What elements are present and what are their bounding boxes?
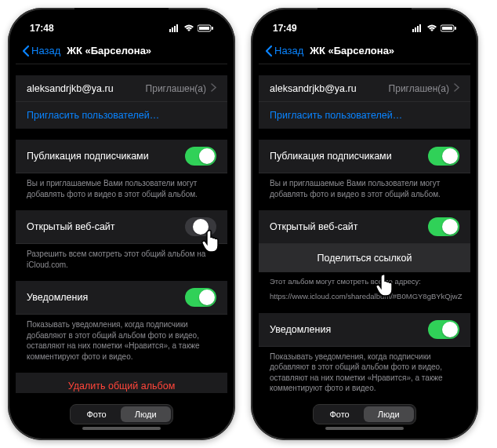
- public-site-label: Открытый веб-сайт: [27, 221, 115, 232]
- svg-rect-7: [412, 29, 414, 32]
- group-invitees: aleksandrjkb@ya.ru Приглашен(а) Пригласи…: [16, 75, 227, 129]
- bottom-tabs: Фото Люди: [16, 404, 227, 424]
- notch: [317, 8, 412, 25]
- invitee-status: Приглашен(а): [389, 83, 449, 94]
- notch: [74, 8, 169, 25]
- content[interactable]: aleksandrjkb@ya.ru Приглашен(а) Пригласи…: [16, 64, 227, 393]
- subscriber-posting-footer: Вы и приглашаемые Вами пользователи могу…: [259, 173, 470, 199]
- content[interactable]: aleksandrjkb@ya.ru Приглашен(а) Пригласи…: [259, 64, 470, 393]
- screen-right: 17:49 Назад ЖК «Барселона» aleksandrjkb@…: [259, 16, 470, 432]
- svg-rect-2: [174, 26, 176, 32]
- public-site-footer-lead: Этот альбом могут смотреть все по адресу…: [259, 272, 470, 287]
- delete-album-label: Удалить общий альбом: [68, 381, 176, 392]
- svg-rect-1: [172, 27, 173, 32]
- invitee-email: aleksandrjkb@ya.ru: [27, 83, 114, 94]
- delete-album-button[interactable]: Удалить общий альбом: [16, 373, 227, 393]
- invite-more-label: Пригласить пользователей…: [270, 110, 459, 121]
- segmented-control: Фото Люди: [313, 404, 415, 424]
- home-indicator[interactable]: [325, 427, 404, 430]
- nav-bar: Назад ЖК «Барселона»: [16, 38, 227, 64]
- invitee-row[interactable]: aleksandrjkb@ya.ru Приглашен(а): [259, 75, 470, 102]
- status-right: [412, 24, 456, 32]
- notifications-row[interactable]: Уведомления: [16, 281, 227, 315]
- invite-more-row[interactable]: Пригласить пользователей…: [16, 102, 227, 129]
- wifi-icon: [426, 24, 437, 32]
- nav-bar: Назад ЖК «Барселона»: [259, 38, 470, 64]
- public-site-row[interactable]: Открытый веб-сайт: [259, 210, 470, 244]
- notifications-footer: Показывать уведомления, когда подписчики…: [16, 315, 227, 362]
- subscriber-posting-label: Публикация подписчиками: [27, 151, 149, 162]
- notifications-toggle[interactable]: [428, 320, 459, 339]
- page-title: ЖК «Барселона»: [67, 45, 151, 56]
- chevron-left-icon: [22, 45, 30, 57]
- phone-left: 17:48 Назад ЖК «Барселона» aleksandrjkb@…: [8, 8, 235, 440]
- tab-photos[interactable]: Фото: [315, 406, 363, 422]
- notifications-label: Уведомления: [27, 292, 88, 303]
- subscriber-posting-toggle[interactable]: [428, 147, 459, 166]
- home-indicator[interactable]: [82, 427, 161, 430]
- tab-people-label: Люди: [378, 410, 400, 419]
- invite-more-row[interactable]: Пригласить пользователей…: [259, 102, 470, 129]
- status-right: [169, 24, 213, 32]
- tab-people[interactable]: Люди: [364, 406, 414, 422]
- notifications-footer: Показывать уведомления, когда подписчики…: [259, 347, 470, 393]
- public-site-row[interactable]: Открытый веб-сайт: [16, 210, 227, 244]
- public-site-url: https://www.icloud.com/sharedalbum/#B0MG…: [259, 287, 470, 302]
- invitee-row[interactable]: aleksandrjkb@ya.ru Приглашен(а): [16, 75, 227, 102]
- svg-rect-5: [199, 27, 209, 30]
- public-site-label: Открытый веб-сайт: [270, 221, 358, 232]
- subscriber-posting-label: Публикация подписчиками: [270, 151, 392, 162]
- subscriber-posting-row[interactable]: Публикация подписчиками: [16, 140, 227, 173]
- tab-people[interactable]: Люди: [121, 406, 171, 422]
- chevron-left-icon: [265, 45, 273, 57]
- battery-icon: [198, 24, 213, 32]
- back-button[interactable]: Назад: [265, 45, 303, 57]
- group-notifications: Уведомления Показывать уведомления, когд…: [259, 313, 470, 393]
- group-invitees: aleksandrjkb@ya.ru Приглашен(а) Пригласи…: [259, 75, 470, 129]
- status-time: 17:49: [273, 23, 297, 34]
- subscriber-posting-row[interactable]: Публикация подписчиками: [259, 140, 470, 173]
- group-delete: Удалить общий альбом: [16, 373, 227, 393]
- svg-rect-13: [455, 27, 456, 30]
- chevron-right-icon: [454, 83, 459, 94]
- share-link-label: Поделиться ссылкой: [317, 253, 412, 264]
- group-subscriber-posting: Публикация подписчиками Вы и приглашаемы…: [259, 140, 470, 199]
- tab-photos-label: Фото: [86, 410, 106, 419]
- public-site-footer: Разрешить всем смотреть этот общий альбо…: [16, 244, 227, 270]
- group-subscriber-posting: Публикация подписчиками Вы и приглашаемы…: [16, 140, 227, 199]
- svg-rect-9: [417, 26, 419, 32]
- tab-people-label: Люди: [135, 410, 157, 419]
- back-label: Назад: [31, 45, 60, 56]
- svg-rect-6: [212, 27, 213, 30]
- bottom-tabs: Фото Люди: [259, 404, 470, 424]
- tab-photos[interactable]: Фото: [72, 406, 120, 422]
- segmented-control: Фото Люди: [70, 404, 172, 424]
- share-link-button[interactable]: Поделиться ссылкой: [259, 244, 470, 272]
- phone-right: 17:49 Назад ЖК «Барселона» aleksandrjkb@…: [251, 8, 478, 440]
- invite-more-label: Пригласить пользователей…: [27, 110, 216, 121]
- chevron-right-icon: [211, 83, 216, 94]
- tab-photos-label: Фото: [329, 410, 349, 419]
- subscriber-posting-footer: Вы и приглашаемые Вами пользователи могу…: [16, 173, 227, 199]
- public-site-toggle[interactable]: [428, 217, 459, 236]
- wifi-icon: [183, 24, 194, 32]
- invitee-status: Приглашен(а): [146, 83, 206, 94]
- subscriber-posting-toggle[interactable]: [185, 147, 216, 166]
- notifications-label: Уведомления: [270, 324, 331, 335]
- group-public-site: Открытый веб-сайт Разрешить всем смотрет…: [16, 210, 227, 270]
- group-public-site: Открытый веб-сайт Поделиться ссылкой Это…: [259, 210, 470, 302]
- invitee-email: aleksandrjkb@ya.ru: [270, 83, 357, 94]
- svg-rect-10: [419, 24, 421, 32]
- svg-rect-0: [169, 29, 171, 32]
- page-title: ЖК «Барселона»: [310, 45, 394, 56]
- svg-rect-3: [176, 24, 178, 32]
- notifications-toggle[interactable]: [185, 288, 216, 307]
- svg-rect-12: [442, 27, 452, 30]
- signal-icon: [169, 24, 180, 32]
- svg-rect-8: [415, 27, 416, 32]
- public-site-toggle[interactable]: [185, 217, 216, 236]
- back-button[interactable]: Назад: [22, 45, 60, 57]
- notifications-row[interactable]: Уведомления: [259, 313, 470, 347]
- battery-icon: [441, 24, 456, 32]
- group-notifications: Уведомления Показывать уведомления, когд…: [16, 281, 227, 362]
